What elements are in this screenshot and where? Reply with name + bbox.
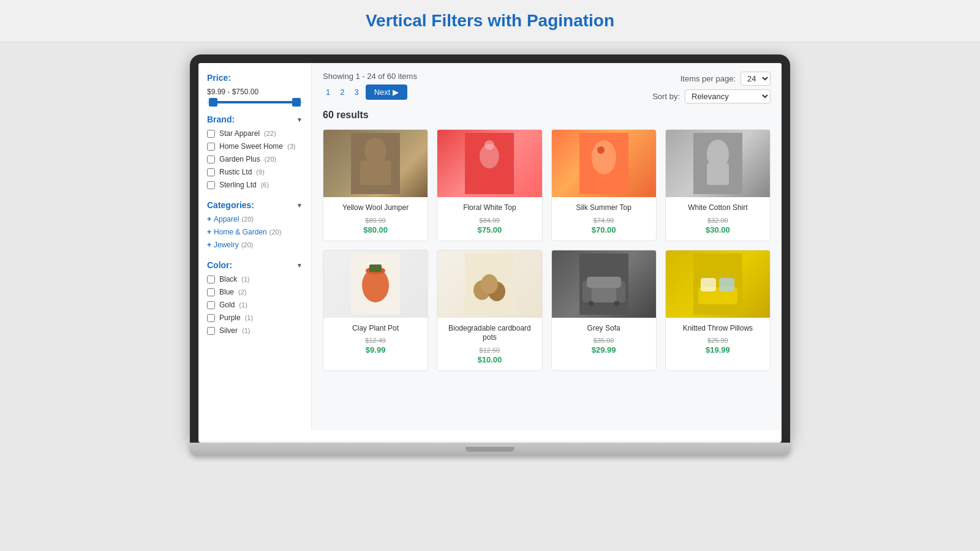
- categories-filter-header[interactable]: Categories: ▼: [207, 200, 303, 210]
- brand-filter-item[interactable]: Star Apparel (22): [207, 129, 303, 138]
- categories-chevron-icon: ▼: [296, 202, 303, 209]
- laptop-frame: Price: $9.99 - $750.00 Brand:: [190, 54, 790, 456]
- color-checkbox[interactable]: [207, 288, 215, 296]
- product-card[interactable]: Floral White Top $84.99 $75.00: [437, 129, 542, 241]
- product-original-price: $12.50: [443, 347, 535, 354]
- product-card[interactable]: Grey Sofa $35.00 $29.99: [551, 250, 657, 371]
- product-card[interactable]: Biodegradable cardboard pots $12.50 $10.…: [437, 250, 542, 371]
- showing-text: Showing 1 - 24 of 60 items: [323, 72, 417, 81]
- price-slider-right-thumb[interactable]: [292, 98, 301, 107]
- page-header: Vertical Filters with Pagination: [0, 0, 980, 42]
- product-card[interactable]: Clay Plant Pot $12.49 $9.99: [323, 250, 428, 371]
- product-info: White Cotton Shirt $32.00 $30.00: [666, 197, 770, 241]
- brand-checkbox[interactable]: [207, 156, 215, 163]
- color-checkbox[interactable]: [207, 276, 215, 283]
- price-range-text: $9.99 - $750.00: [207, 88, 303, 96]
- brand-count: (9): [256, 168, 264, 176]
- color-checkbox[interactable]: [207, 327, 215, 335]
- color-name: Silver: [219, 326, 238, 335]
- product-image: [323, 250, 428, 318]
- categories-filter-title: Categories:: [207, 200, 254, 210]
- product-card[interactable]: Yellow Wool Jumper $89.99 $80.00: [323, 129, 428, 241]
- color-name: Gold: [219, 301, 235, 309]
- category-count: (20): [241, 241, 254, 249]
- color-checkbox[interactable]: [207, 301, 215, 309]
- brand-filter-item[interactable]: Sterling Ltd (6): [207, 181, 303, 189]
- product-info: Grey Sofa $35.00 $29.99: [552, 318, 656, 361]
- items-per-page-select[interactable]: 24 48 96: [741, 72, 771, 86]
- svg-point-8: [597, 146, 605, 154]
- product-info: Clay Plant Pot $12.49 $9.99: [323, 318, 428, 361]
- product-image: [666, 250, 770, 318]
- product-image: [437, 130, 541, 197]
- brand-checkbox[interactable]: [207, 168, 215, 176]
- price-slider-track[interactable]: [207, 101, 303, 103]
- next-arrow-icon: ▶: [393, 88, 399, 97]
- page-title: Vertical Filters with Pagination: [0, 11, 980, 31]
- brand-name: Rustic Ltd: [219, 168, 252, 176]
- color-filter-item[interactable]: Silver (1): [207, 326, 303, 335]
- product-name: Grey Sofa: [558, 324, 650, 334]
- left-controls: Showing 1 - 24 of 60 items 1 2 3 Next ▶: [323, 72, 417, 100]
- brand-count: (20): [265, 156, 277, 163]
- pagination: 1 2 3 Next ▶: [323, 84, 417, 100]
- svg-rect-15: [369, 264, 382, 272]
- next-button[interactable]: Next ▶: [366, 84, 408, 100]
- product-name: Biodegradable cardboard pots: [443, 324, 535, 343]
- brand-name: Garden Plus: [219, 155, 260, 163]
- brand-filter-header[interactable]: Brand: ▼: [207, 114, 303, 124]
- sidebar: Price: $9.99 - $750.00 Brand:: [198, 63, 312, 430]
- product-card[interactable]: Silk Summer Top $74.99 $70.00: [551, 129, 657, 241]
- page-3[interactable]: 3: [351, 86, 361, 98]
- category-name: Apparel: [214, 215, 239, 223]
- brand-checkbox[interactable]: [207, 143, 215, 151]
- categories-filter: Categories: ▼ + Apparel (20)+ Home & Gar…: [207, 200, 303, 249]
- brand-checkbox[interactable]: [207, 130, 215, 138]
- category-name: Home & Garden: [214, 228, 267, 236]
- category-filter-item[interactable]: + Apparel (20): [207, 215, 303, 223]
- sort-by-select[interactable]: Relevancy Price: Low to High Price: High…: [685, 89, 771, 103]
- product-image: [552, 130, 656, 197]
- svg-rect-29: [701, 278, 716, 291]
- brand-checkbox[interactable]: [207, 181, 215, 189]
- brand-count: (22): [264, 130, 276, 137]
- product-name: Floral White Top: [443, 203, 535, 213]
- color-items: Black (1) Blue (2) Gold (1) Purple (1) S…: [207, 275, 303, 335]
- color-filter-item[interactable]: Black (1): [207, 275, 303, 283]
- product-card[interactable]: White Cotton Shirt $32.00 $30.00: [665, 129, 771, 241]
- page-2[interactable]: 2: [337, 86, 347, 98]
- color-filter-item[interactable]: Blue (2): [207, 288, 303, 296]
- color-filter-item[interactable]: Purple (1): [207, 313, 303, 322]
- product-info: Floral White Top $84.99 $75.00: [437, 197, 541, 241]
- product-image: [437, 250, 541, 318]
- product-original-price: $84.99: [443, 217, 535, 224]
- category-items: + Apparel (20)+ Home & Garden (20)+ Jewe…: [207, 215, 303, 249]
- product-image: [666, 130, 770, 197]
- color-checkbox[interactable]: [207, 314, 215, 322]
- brand-filter-item[interactable]: Home Sweet Home (3): [207, 142, 303, 151]
- brand-filter-item[interactable]: Garden Plus (20): [207, 155, 303, 163]
- svg-point-5: [484, 140, 494, 150]
- product-image: [552, 250, 656, 318]
- price-filter: Price: $9.99 - $750.00: [207, 73, 303, 103]
- category-filter-item[interactable]: + Home & Garden (20): [207, 228, 303, 236]
- product-original-price: $32.00: [672, 217, 764, 224]
- expand-icon: +: [207, 241, 211, 249]
- product-card[interactable]: Knitted Throw Pillows $25.99 $19.99: [665, 250, 771, 371]
- color-filter-header[interactable]: Color: ▼: [207, 260, 303, 270]
- price-slider-left-thumb[interactable]: [209, 98, 217, 107]
- color-filter-item[interactable]: Gold (1): [207, 301, 303, 309]
- product-sale-price: $30.00: [672, 225, 764, 234]
- app-layout: Price: $9.99 - $750.00 Brand:: [198, 63, 782, 430]
- color-count: (1): [242, 327, 250, 334]
- brand-filter: Brand: ▼ Star Apparel (22) Home Sweet Ho…: [207, 114, 303, 189]
- brand-name: Sterling Ltd: [219, 181, 257, 189]
- expand-icon: +: [207, 215, 211, 223]
- category-filter-item[interactable]: + Jewelry (20): [207, 241, 303, 249]
- page-1[interactable]: 1: [323, 86, 333, 98]
- brand-filter-item[interactable]: Rustic Ltd (9): [207, 168, 303, 176]
- sort-by-row: Sort by: Relevancy Price: Low to High Pr…: [652, 89, 771, 103]
- top-bar: Showing 1 - 24 of 60 items 1 2 3 Next ▶: [323, 72, 771, 103]
- expand-icon: +: [207, 228, 211, 236]
- price-filter-header: Price:: [207, 73, 303, 83]
